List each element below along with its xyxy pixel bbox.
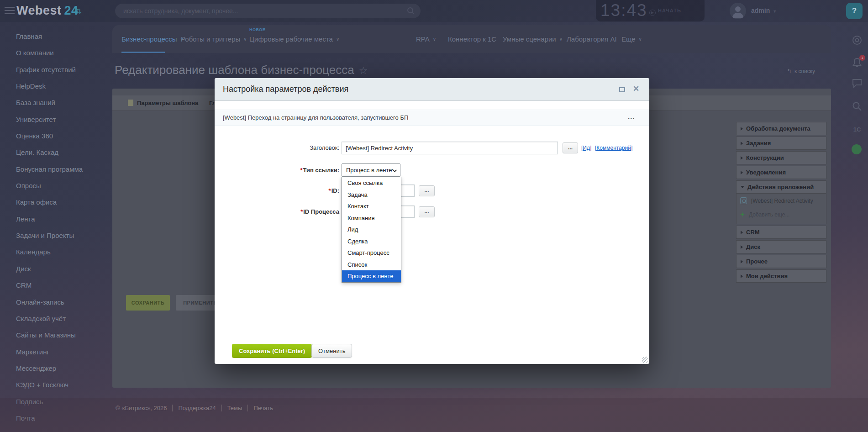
sidebar-item[interactable]: Бонусная программа: [0, 161, 110, 178]
dropdown-option[interactable]: Список: [342, 259, 401, 271]
sidebar-item[interactable]: CRM: [0, 277, 110, 294]
palette-section-my-actions[interactable]: Мои действия: [736, 269, 826, 283]
resize-grip[interactable]: [642, 357, 648, 363]
sidebar-item[interactable]: КЭДО + Госключ: [0, 377, 110, 393]
process-id-more-button[interactable]: ...: [419, 206, 435, 217]
caret-down-icon: [741, 186, 744, 188]
footer: © «Битрикс», 2026Поддержка24ТемыПечать: [116, 405, 273, 411]
id-more-button[interactable]: ...: [419, 185, 435, 196]
footer-item[interactable]: Темы: [221, 405, 242, 411]
title-more-button[interactable]: ...: [563, 142, 578, 153]
footer-item[interactable]: Печать: [247, 405, 273, 411]
dropdown-option[interactable]: Сделка: [342, 236, 401, 248]
user-menu[interactable]: admin▼: [751, 7, 777, 14]
search-input[interactable]: [115, 4, 421, 18]
back-arrow-icon: ↰: [787, 68, 792, 74]
notifications-bell-icon[interactable]: 1: [852, 57, 863, 68]
one-c-connector-icon[interactable]: 1С: [852, 124, 863, 135]
target-icon[interactable]: [852, 35, 863, 46]
sidebar-item[interactable]: Складской учёт: [0, 311, 110, 327]
app-icon: [740, 197, 747, 204]
dropdown-option[interactable]: Задача: [342, 189, 401, 201]
tab-business-processes[interactable]: Бизнес-процессы∨: [121, 25, 184, 53]
sidebar-item[interactable]: Сайты и Магазины: [0, 327, 110, 343]
sidebar-item[interactable]: Маркетинг: [0, 344, 110, 360]
sidebar-item[interactable]: Календарь: [0, 244, 110, 260]
avatar[interactable]: [730, 3, 746, 19]
dropdown-option[interactable]: Своя ссылка: [342, 177, 401, 189]
search-widget-icon[interactable]: [852, 101, 863, 112]
person-icon: [730, 3, 746, 19]
logo[interactable]: Webest24: [16, 4, 79, 18]
sidebar-item[interactable]: Оценка 360: [0, 128, 110, 144]
sidebar-item[interactable]: База знаний: [0, 95, 110, 111]
title-field-label: Заголовок:: [215, 142, 339, 154]
palette-app-activity-item[interactable]: [Webest] Redirect Activity: [740, 197, 826, 205]
hamburger-menu-icon[interactable]: [5, 7, 15, 15]
sidebar-item[interactable]: Опросы: [0, 178, 110, 194]
search-icon[interactable]: [407, 7, 415, 15]
palette-section-constructions[interactable]: Конструкции: [736, 151, 826, 164]
close-icon[interactable]: ✕: [633, 84, 639, 94]
sidebar-item[interactable]: Цели. Каскад: [0, 144, 110, 161]
sidebar-item[interactable]: Главная: [0, 28, 110, 45]
portal-switch-icon[interactable]: ⇅: [76, 7, 82, 16]
help-button[interactable]: ?: [846, 3, 863, 19]
tab-digital-workplaces[interactable]: НОВОЕЦифровые рабочие места∨: [249, 25, 339, 53]
footer-item[interactable]: Поддержка24: [172, 405, 216, 411]
dialog-cancel-button[interactable]: Отменить: [311, 344, 352, 358]
sidebar-item[interactable]: Онлайн-запись: [0, 294, 110, 311]
back-to-list-link[interactable]: ↰к списку: [787, 68, 815, 74]
sidebar: ГлавнаяО компанииГрафик отсутствийHelpDe…: [0, 22, 110, 432]
tab-robots-triggers[interactable]: Роботы и триггеры∨: [181, 25, 247, 53]
comment-link[interactable]: [Комментарий]: [595, 143, 632, 153]
tab-1c-connector[interactable]: Коннектор к 1С: [448, 25, 496, 53]
palette-section-notifications[interactable]: Уведомления: [736, 166, 826, 179]
dropdown-option[interactable]: Компания: [342, 212, 401, 224]
chevron-down-icon: [392, 168, 397, 172]
sidebar-item[interactable]: Лента: [0, 211, 110, 227]
worktime-widget[interactable]: 13:43 ▶НАЧАТЬ: [596, 0, 705, 21]
palette-app-actions-body: [Webest] Redirect Activity +Добавить еще…: [736, 194, 826, 224]
sidebar-item[interactable]: О компании: [0, 45, 110, 61]
caret-right-icon: [741, 127, 743, 131]
chevron-down-icon: ∨: [243, 37, 247, 42]
sidebar-item[interactable]: График отсутствий: [0, 62, 110, 78]
footer-item[interactable]: © «Битрикс», 2026: [116, 405, 167, 411]
dialog-header: Настройка параметров действия ✕: [215, 78, 649, 101]
dropdown-option[interactable]: Контакт: [342, 200, 401, 212]
sidebar-item[interactable]: HelpDesk: [0, 78, 110, 95]
activity-menu-dots[interactable]: ...: [628, 110, 635, 124]
dialog-save-button[interactable]: Сохранить (Ctrl+Enter): [232, 344, 312, 358]
sidebar-item[interactable]: Мессенджер: [0, 360, 110, 377]
status-green-icon[interactable]: [852, 144, 863, 155]
worktime-start-button[interactable]: ▶НАЧАТЬ: [649, 8, 681, 16]
tab-more[interactable]: Еще∨: [621, 25, 642, 53]
link-type-select[interactable]: Процесс в ленте: [342, 163, 400, 177]
palette-section-tasks[interactable]: Задания: [736, 137, 826, 150]
tab-rpa[interactable]: RPA∨: [416, 25, 436, 53]
palette-section-app-actions[interactable]: Действия приложений: [736, 180, 826, 194]
sidebar-item[interactable]: Университет: [0, 111, 110, 128]
sidebar-item[interactable]: Задачи и Проекты: [0, 227, 110, 244]
chat-icon[interactable]: [852, 78, 863, 89]
palette-section-crm[interactable]: CRM: [736, 226, 826, 239]
tab-ai-lab[interactable]: Лаборатория AI: [567, 25, 617, 53]
id-link[interactable]: [Ид]: [581, 143, 591, 153]
palette-add-more[interactable]: +Добавить еще...: [740, 210, 826, 219]
dropdown-option[interactable]: Лид: [342, 224, 401, 236]
tab-smart-scenarios[interactable]: Умные сценарии∨: [503, 25, 563, 53]
palette-section-other[interactable]: Прочее: [736, 255, 826, 268]
favorite-star-icon[interactable]: ☆: [359, 65, 368, 76]
dropdown-option[interactable]: Процесс в ленте: [342, 270, 401, 282]
palette-section-disk[interactable]: Диск: [736, 240, 826, 253]
title-field-input[interactable]: [342, 142, 558, 154]
template-save-button[interactable]: СОХРАНИТЬ: [126, 295, 170, 311]
tab-template-params[interactable]: Параметры шаблона: [128, 95, 198, 111]
dropdown-option[interactable]: Смарт-процесс: [342, 247, 401, 259]
sidebar-item[interactable]: Карта офиса: [0, 194, 110, 211]
caret-right-icon: [741, 245, 743, 249]
maximize-icon[interactable]: [619, 87, 625, 92]
palette-section-document-processing[interactable]: Обработка документа: [736, 122, 826, 135]
sidebar-item[interactable]: Диск: [0, 261, 110, 277]
